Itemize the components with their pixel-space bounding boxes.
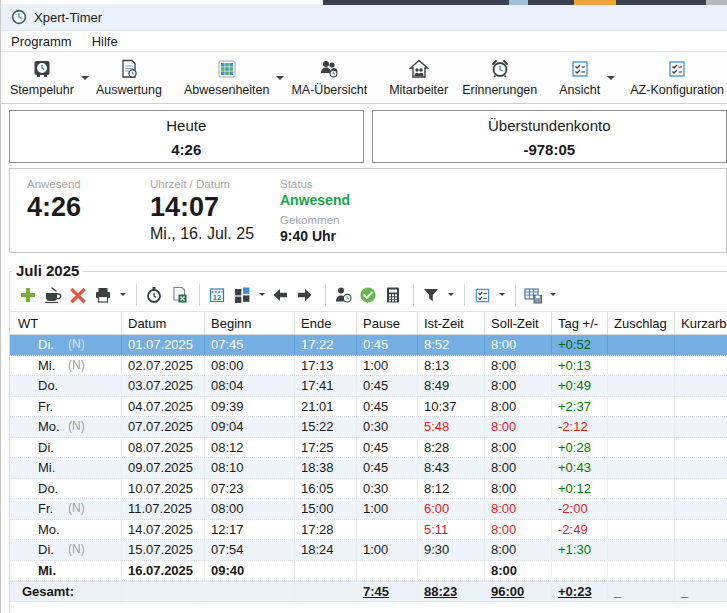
toolbar-button-auswertung[interactable]: Auswertung [89,52,169,103]
layout-dropdown-arrow[interactable] [256,291,267,299]
table-row[interactable]: Di.(N)01.07.202507:4517:220:458:528:00+0… [10,335,727,356]
export-table-dropdown-arrow[interactable] [547,291,558,299]
cell-ende [295,561,357,581]
table-row-total[interactable]: Gesamt:7:4588:2396:00+0:23__ [10,581,727,602]
print-icon[interactable] [92,284,114,306]
cell-tag: +0:43 [552,458,608,478]
table-row[interactable]: Do.03.07.202508:0417:410:458:498:00+0:49 [10,376,727,397]
cell-zuschlag [608,479,675,499]
table-row[interactable]: Mi.(N)02.07.202508:0017:131:008:138:00+0… [10,356,727,377]
cell-datum: 03.07.2025 [122,376,205,396]
toolbar-button-label: Erinnerungen [462,83,537,97]
view-options-dropdown-arrow[interactable] [496,291,507,299]
cell-ende: 18:24 [295,540,357,560]
header-ist-zeit[interactable]: Ist-Zeit [418,312,485,334]
cell-ende: 15:00 [295,499,357,519]
header-ende[interactable]: Ende [295,312,357,334]
cell-ende: 21:01 [295,397,357,417]
cell-ende: 15:22 [295,417,357,437]
add-icon[interactable] [17,284,39,306]
view-options-icon[interactable] [471,284,493,306]
cell-zuschlag: _ [608,582,675,601]
filter-dropdown-arrow[interactable] [445,291,456,299]
cell-soll: 8:00 [485,438,552,458]
header-zuschlag[interactable]: Zuschlag [608,312,675,334]
table-row[interactable]: Mo.(N)07.07.202509:0415:220:305:488:00-2… [10,417,727,438]
toolbar-button-stempeluhr[interactable]: Stempeluhr [3,52,81,103]
arrow-left-icon[interactable] [269,284,291,306]
table-row[interactable]: Di.(N)15.07.202507:5418:241:009:308:00+1… [10,540,727,561]
cell-pause: 0:45 [357,458,418,478]
cell-kurzarbeit [675,479,727,499]
export-table-icon[interactable] [522,284,544,306]
delete-icon[interactable] [67,284,89,306]
header-beginn[interactable]: Beginn [205,312,295,334]
cell-wt: Mi.(N) [10,356,122,376]
cell-zuschlag [608,458,675,478]
toolbar-button-abwesenheiten[interactable]: Abwesenheiten [177,52,276,103]
cell-ende: 17:13 [295,356,357,376]
cell-tag [552,561,608,581]
timesheet-toolbar: 12 [10,272,727,309]
cell-ist: 8:52 [418,335,485,355]
background-strip-orange-segment [574,0,616,5]
table-row[interactable]: Do.10.07.202507:2316:050:308:128:00+0:12 [10,479,727,500]
cell-beginn: 09:04 [205,417,295,437]
toolbar-button-mitarbeiter[interactable]: Mitarbeiter [382,52,455,103]
cell-beginn: 09:39 [205,397,295,417]
menu-hilfe[interactable]: Hilfe [82,31,128,52]
cell-ende: 17:28 [295,520,357,540]
menu-programm[interactable]: Programm [1,31,82,52]
calculator-icon[interactable] [382,284,404,306]
header-kurzarbeit[interactable]: Kurzarbeit [675,312,727,334]
header-datum[interactable]: Datum [122,312,205,334]
toolbar-button-ansicht[interactable]: Ansicht [552,52,607,103]
calendar-icon[interactable]: 12 [206,284,228,306]
arrow-right-icon[interactable] [294,284,316,306]
cell-pause: 1:00 [357,540,418,560]
table-row[interactable]: Mo.14.07.202512:1717:285:118:00-2:49 [10,520,727,541]
ansicht-dropdown-arrow[interactable] [607,52,615,103]
cell-zuschlag [608,561,675,581]
cell-pause [357,561,418,581]
cell-soll: 8:00 [485,499,552,519]
cell-zuschlag [608,376,675,396]
stopwatch-icon[interactable] [143,284,165,306]
toolbar-button-az-konfiguration[interactable]: AZ-Konfiguration [623,52,727,103]
cell-pause: 7:45 [357,582,418,601]
break-icon[interactable] [42,284,64,306]
filter-icon[interactable] [420,284,442,306]
cell-tag: +0:12 [552,479,608,499]
stempeluhr-dropdown-arrow[interactable] [81,52,89,103]
approve-icon[interactable] [357,284,379,306]
table-row[interactable]: Fr.(N)11.07.202508:0015:001:006:008:00-2… [10,499,727,520]
cell-kurzarbeit [675,520,727,540]
cell-beginn: 08:10 [205,458,295,478]
cell-wt: Di. [10,438,122,458]
toolbar-button-erinnerungen[interactable]: Erinnerungen [455,52,544,103]
toolbar-separator [413,284,414,306]
cell-kurzarbeit [675,397,727,417]
table-row[interactable]: Di.08.07.202508:1217:250:458:288:00+0:28 [10,438,727,459]
abwesenheiten-dropdown-arrow[interactable] [276,52,284,103]
table-row[interactable]: Mi.16.07.202509:408:00 [10,561,727,582]
overtime-panel: Überstundenkonto -978:05 [372,110,727,163]
worktime-config-icon [666,57,688,81]
toolbar-button-ma-uebersicht[interactable]: MA-Übersicht [284,52,374,103]
excel-export-icon[interactable] [168,284,190,306]
header-wt[interactable]: WT [10,312,122,334]
cell-kurzarbeit [675,335,727,355]
layout-icon[interactable] [231,284,253,306]
table-row[interactable]: Mi.09.07.202508:1018:380:458:438:00+0:43 [10,458,727,479]
table-row[interactable]: Fr.04.07.202509:3921:010:4510:378:00+2:3… [10,397,727,418]
cell-ist: 5:11 [418,520,485,540]
print-dropdown-arrow[interactable] [117,291,128,299]
come-value: 9:40 Uhr [280,228,350,244]
today-panel: Heute 4:26 [9,110,364,163]
person-time-icon[interactable] [332,284,354,306]
header-pause[interactable]: Pause [357,312,418,334]
cell-kurzarbeit [675,417,727,437]
header-tag[interactable]: Tag +/- [552,312,608,334]
header-soll-zeit[interactable]: Soll-Zeit [485,312,552,334]
cell-soll: 8:00 [485,561,552,581]
